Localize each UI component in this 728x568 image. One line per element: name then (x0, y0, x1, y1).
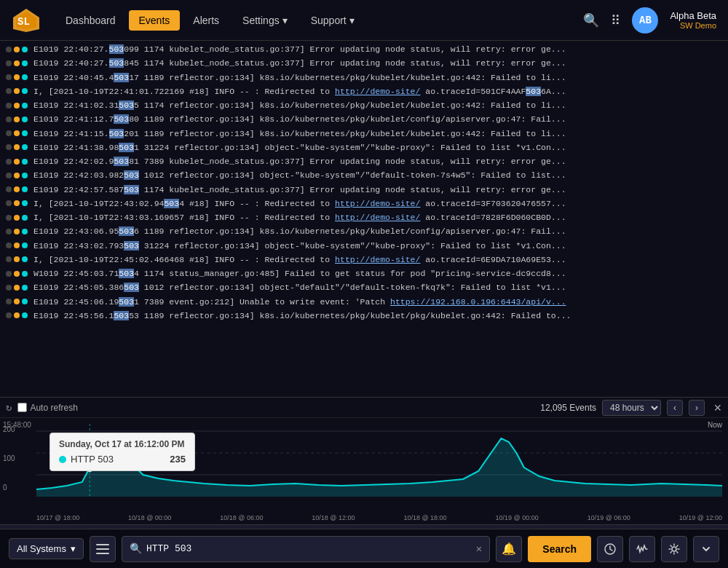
log-dots (6, 74, 28, 80)
log-dots (6, 271, 28, 277)
log-dot (6, 103, 12, 109)
y-label-0: 0 (3, 484, 7, 492)
nav-support[interactable]: Support ▾ (301, 10, 365, 31)
chart-container: 200 100 0 15:48:00 Now Sunday, Oct 17 at… (0, 418, 728, 525)
log-line[interactable]: E1019 22:41:02.315035 1174 reflector.go:… (0, 98, 728, 112)
log-dots (6, 186, 28, 192)
log-dot (14, 144, 20, 150)
log-line[interactable]: I, [2021-10-19T22:43:02.945034 #18] INFO… (0, 197, 728, 210)
log-text: E1019 22:42:02.950381 7389 kubelet_node_… (33, 155, 566, 167)
user-name: Alpha Beta (670, 10, 716, 21)
chart-close-btn[interactable]: ✕ (713, 402, 722, 414)
chart-prev-btn[interactable]: ‹ (667, 400, 683, 416)
log-line[interactable]: E1019 22:45:56.150353 1189 reflector.go:… (0, 309, 728, 323)
log-dot (14, 159, 20, 165)
log-line[interactable]: I, [2021-10-19T22:41:01.722169 #18] INFO… (0, 84, 728, 98)
search-icon: 🔍 (130, 543, 142, 555)
log-dots (6, 130, 28, 136)
system-selector[interactable]: All Systems ▾ (9, 538, 84, 559)
log-line[interactable]: I, [2021-10-19T22:43:03.169657 #18] INFO… (0, 210, 728, 224)
chart-next-btn[interactable]: › (689, 400, 705, 416)
svg-point-12 (672, 547, 676, 551)
log-line[interactable]: E1019 22:42:02.950381 7389 kubelet_node_… (0, 154, 728, 168)
log-line[interactable]: I, [2021-10-19T22:45:02.466468 #18] INFO… (0, 253, 728, 267)
log-line[interactable]: E1019 22:40:27.503845 1174 kubelet_node_… (0, 56, 728, 70)
log-line[interactable]: E1019 22:45:05.386503 1012 reflector.go:… (0, 280, 728, 294)
log-dots (6, 47, 28, 52)
log-line[interactable]: E1019 22:40:27.503099 1174 kubelet_node_… (0, 42, 728, 56)
log-line[interactable]: E1019 22:45:06.195031 7389 event.go:212]… (0, 295, 728, 309)
log-line[interactable]: E1019 22:43:02.793503 31224 reflector.go… (0, 239, 728, 253)
log-dots (6, 159, 28, 165)
nav-events[interactable]: Events (129, 10, 181, 31)
alert-bell-button[interactable]: 🔔 (496, 536, 522, 562)
x-label-1: 10/18 @ 00:00 (128, 514, 171, 521)
log-dots (6, 215, 28, 221)
hamburger-menu-button[interactable] (90, 536, 116, 562)
log-dot (6, 130, 12, 136)
expand-button[interactable] (693, 536, 719, 562)
log-dot (22, 74, 28, 80)
log-line[interactable]: W1019 22:45:03.715034 1174 status_manage… (0, 267, 728, 280)
log-text: I, [2021-10-19T22:43:03.169657 #18] INFO… (33, 211, 566, 224)
search-icon[interactable]: 🔍 (583, 12, 599, 28)
svg-rect-9 (96, 548, 109, 550)
log-text: E1019 22:40:27.503099 1174 kubelet_node_… (33, 43, 566, 55)
log-dot (6, 285, 12, 291)
log-dot (22, 88, 28, 94)
log-dot (14, 229, 20, 234)
log-dot (6, 173, 12, 178)
log-dot (6, 47, 12, 52)
logo[interactable]: SL (12, 7, 41, 33)
search-input[interactable] (146, 543, 472, 554)
log-dot (22, 173, 28, 178)
log-text: E1019 22:43:06.955036 1189 reflector.go:… (33, 225, 566, 237)
grid-icon[interactable]: ⠿ (611, 12, 620, 28)
nav-dashboard[interactable]: Dashboard (55, 10, 126, 31)
log-dot (14, 47, 20, 52)
log-line[interactable]: E1019 22:43:06.955036 1189 reflector.go:… (0, 224, 728, 238)
avatar[interactable]: AB (632, 7, 658, 33)
log-dot (22, 47, 28, 52)
tooltip-date: Sunday, Oct 17 at 16:12:00 PM (59, 439, 186, 449)
log-dot (14, 130, 20, 136)
log-line[interactable]: E1019 22:41:12.750380 1189 reflector.go:… (0, 112, 728, 126)
history-button[interactable] (597, 536, 623, 562)
nav-alerts[interactable]: Alerts (183, 10, 229, 31)
log-line[interactable]: E1019 22:41:38.985031 31224 reflector.go… (0, 141, 728, 154)
chart-toolbar: ↻ Auto refresh 12,095 Events 48 hours 1 … (0, 398, 728, 418)
waveform-button[interactable] (629, 536, 655, 562)
log-dot (6, 256, 12, 262)
clear-search-button[interactable]: ✕ (476, 543, 482, 555)
log-text: W1019 22:45:03.715034 1174 status_manage… (33, 267, 566, 280)
search-button[interactable]: Search (528, 536, 591, 562)
log-dot (14, 312, 20, 318)
log-text: E1019 22:42:03.982503 1012 reflector.go:… (33, 169, 566, 181)
x-label-6: 10/19 @ 06:00 (587, 514, 630, 521)
log-line[interactable]: E1019 22:40:45.450317 1189 reflector.go:… (0, 71, 728, 84)
x-axis: 10/17 @ 18:00 10/18 @ 00:00 10/18 @ 06:0… (36, 510, 722, 525)
log-dot (22, 186, 28, 192)
x-label-7: 10/19 @ 12:00 (679, 514, 722, 521)
log-line[interactable]: E1019 22:42:03.982503 1012 reflector.go:… (0, 168, 728, 182)
log-dot (6, 117, 12, 122)
nav-settings[interactable]: Settings ▾ (232, 10, 298, 31)
log-line[interactable]: E1019 22:41:15.503201 1189 reflector.go:… (0, 127, 728, 141)
log-dot (22, 229, 28, 234)
log-dot (6, 312, 12, 318)
auto-refresh-toggle[interactable]: Auto refresh (17, 403, 77, 413)
chart-section: ↻ Auto refresh 12,095 Events 48 hours 1 … (0, 398, 728, 525)
log-line[interactable]: E1019 22:42:57.587503 1174 kubelet_node_… (0, 183, 728, 197)
user-info: Alpha Beta SW Demo (670, 10, 716, 30)
x-label-4: 10/18 @ 18:00 (403, 514, 446, 521)
log-dot (14, 285, 20, 291)
auto-refresh-checkbox[interactable] (17, 403, 27, 412)
time-range-select[interactable]: 48 hours 1 hour 6 hours 12 hours 24 hour… (602, 400, 661, 416)
nav-items: Dashboard Events Alerts Settings ▾ Suppo… (55, 10, 583, 31)
log-dot (14, 103, 20, 109)
log-dots (6, 103, 28, 109)
refresh-icon[interactable]: ↻ (6, 401, 12, 414)
log-dot (14, 299, 20, 304)
settings-button[interactable] (661, 536, 687, 562)
log-dot (14, 215, 20, 221)
